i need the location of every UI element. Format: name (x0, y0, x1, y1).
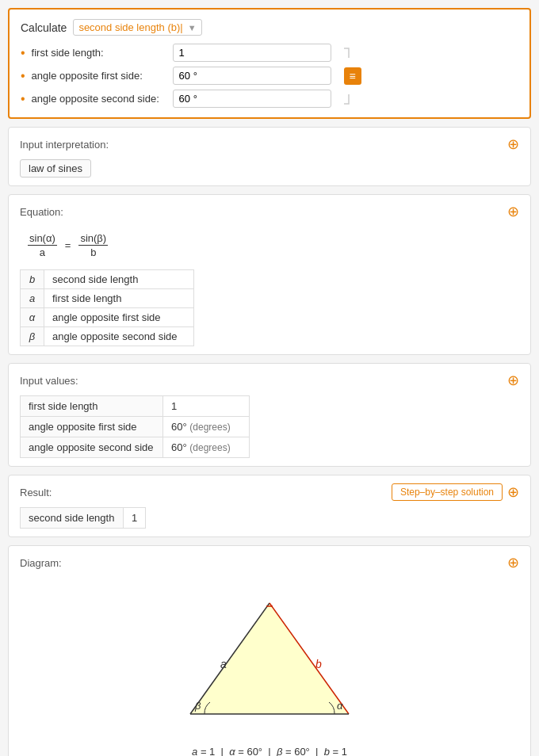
law-of-sines-badge[interactable]: law of sines (20, 159, 91, 178)
label-angle-second: angle opposite second side: (32, 93, 166, 105)
bullet-icon-1: • (21, 46, 25, 60)
iv-value-3: 60° (degrees) (163, 437, 250, 458)
equals-sign: = (65, 239, 71, 251)
result-value: 1 (124, 508, 146, 529)
input-first-side[interactable] (173, 44, 331, 62)
calculate-label: Calculate (21, 21, 67, 34)
eq-var-a: a (21, 289, 44, 308)
label-beta-angle: β (194, 700, 201, 712)
result-label: second side length (21, 508, 124, 529)
table-row: b second side length (21, 270, 194, 289)
fraction-alpha-num: sin(α) (28, 232, 57, 246)
bracket-bottom-icon (338, 93, 352, 105)
label-angle-first: angle opposite first side: (32, 70, 166, 82)
table-row: angle opposite first side 60° (degrees) (21, 417, 250, 437)
equation-formula: sin(α) a = sin(β) b (20, 227, 519, 263)
add-icon-interp[interactable]: ⊕ (507, 136, 519, 153)
eq-var-beta: β (21, 327, 44, 346)
add-icon-diagram[interactable]: ⊕ (507, 554, 519, 571)
table-row: first side length 1 (21, 396, 250, 417)
diagram-wrapper: a b β α (20, 579, 519, 738)
label-b-side: b (315, 658, 322, 670)
dropdown-text: second side length (b) (78, 21, 180, 33)
dropdown-separator: | (180, 21, 182, 33)
diagram-section: Diagram: ⊕ a b β α (8, 545, 531, 756)
input-values-table: first side length 1 angle opposite first… (20, 395, 250, 458)
add-icon-result[interactable]: ⊕ (507, 483, 519, 501)
calculate-header: Calculate second side length (b) | ▼ (21, 19, 518, 36)
iv-label-1: first side length (21, 396, 163, 417)
add-icon-iv[interactable]: ⊕ (507, 372, 519, 389)
input-row-1: • first side length: (21, 44, 518, 62)
input-values-section: Input values: ⊕ first side length 1 angl… (8, 363, 531, 467)
fraction-beta-num: sin(β) (78, 232, 108, 246)
table-row: angle opposite second side 60° (degrees) (21, 437, 250, 458)
eq-desc-beta: angle opposite second side (44, 327, 194, 346)
table-row: a first side length (21, 289, 194, 308)
table-row: α angle opposite first side (21, 308, 194, 327)
page-wrapper: Calculate second side length (b) | ▼ • f… (0, 0, 539, 756)
equation-title: Equation: (20, 206, 63, 218)
iv-label-3: angle opposite second side (21, 437, 163, 458)
input-angle-second[interactable] (173, 90, 331, 108)
iv-value-1: 1 (163, 396, 250, 417)
label-a-side: a (220, 658, 227, 670)
eq-desc-a: first side length (44, 289, 194, 308)
input-values-title: Input values: (20, 375, 78, 387)
table-row: β angle opposite second side (21, 327, 194, 346)
input-interpretation-section: Input interpretation: ⊕ law of sines (8, 127, 531, 186)
input-row-3: • angle opposite second side: (21, 90, 518, 108)
eq-var-b: b (21, 270, 44, 289)
iv-value-2: 60° (degrees) (163, 417, 250, 437)
diagram-header: Diagram: ⊕ (20, 554, 519, 571)
result-table: second side length 1 (20, 507, 146, 529)
svg-marker-0 (190, 603, 349, 714)
fraction-beta: sin(β) b (78, 232, 108, 258)
calculate-dropdown[interactable]: second side length (b) | ▼ (73, 19, 201, 36)
input-rows: • first side length: • angle opposite fi… (21, 44, 518, 108)
bullet-icon-3: • (21, 92, 25, 106)
collapse-button[interactable]: ≡ (344, 67, 361, 85)
diagram-caption: a = 1 | α = 60° | β = 60° | b = 1 (20, 746, 519, 756)
fraction-alpha-den: a (40, 246, 45, 258)
calculate-section: Calculate second side length (b) | ▼ • f… (8, 8, 531, 119)
result-title: Result: (20, 487, 52, 498)
equation-header: Equation: ⊕ (20, 203, 519, 220)
triangle-diagram: a b β α (166, 579, 373, 738)
label-alpha-angle: α (337, 700, 343, 712)
step-by-step-button[interactable]: Step–by–step solution (392, 483, 503, 501)
equation-table: b second side length a first side length… (20, 269, 194, 346)
result-header: Result: Step–by–step solution ⊕ (20, 483, 519, 501)
table-row: second side length 1 (21, 508, 146, 529)
input-angle-first[interactable] (173, 67, 331, 85)
result-section: Result: Step–by–step solution ⊕ second s… (8, 475, 531, 537)
input-interp-title: Input interpretation: (20, 139, 109, 151)
label-first-side: first side length: (32, 47, 166, 59)
equation-section: Equation: ⊕ sin(α) a = sin(β) b b second… (8, 194, 531, 355)
input-interp-header: Input interpretation: ⊕ (20, 136, 519, 153)
add-icon-eq[interactable]: ⊕ (507, 203, 519, 220)
iv-label-2: angle opposite first side (21, 417, 163, 437)
eq-desc-alpha: angle opposite first side (44, 308, 194, 327)
fraction-alpha: sin(α) a (28, 232, 57, 258)
input-values-header: Input values: ⊕ (20, 372, 519, 389)
fraction-beta-den: b (90, 246, 96, 258)
bullet-icon-2: • (21, 69, 25, 83)
eq-desc-b: second side length (44, 270, 194, 289)
diagram-title: Diagram: (20, 557, 62, 569)
input-row-2: • angle opposite first side: ≡ (21, 67, 518, 85)
chevron-down-icon: ▼ (188, 23, 197, 32)
bracket-top-icon (338, 47, 352, 59)
eq-var-alpha: α (21, 308, 44, 327)
